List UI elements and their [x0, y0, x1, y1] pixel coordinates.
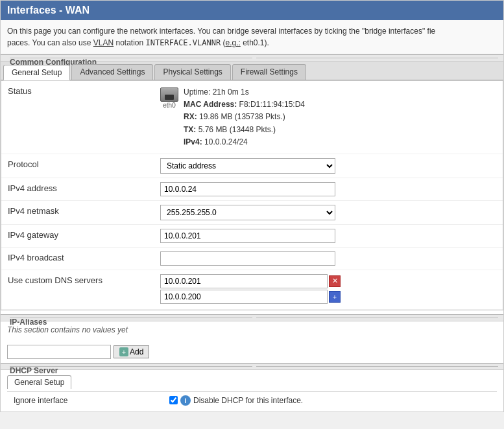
dhcp-server-title-bar: DHCP Server	[1, 364, 503, 370]
dns-input-2[interactable]	[160, 290, 328, 304]
mac-label: MAC Address:	[184, 100, 237, 109]
ipv4-gateway-cell	[157, 224, 503, 247]
status-info: Uptime: 21h 0m 1s MAC Address: F8:D1:11:…	[184, 86, 305, 148]
disable-dhcp-row: i Disable DHCP for this interface.	[169, 395, 490, 406]
common-config-section: Common Configuration General Setup Advan…	[1, 54, 503, 310]
page-header: Interfaces - WAN	[1, 1, 503, 20]
tab-general-setup[interactable]: General Setup	[3, 65, 70, 80]
ipv4-netmask-label: IPv4 netmask	[1, 200, 157, 224]
disable-dhcp-checkbox[interactable]	[169, 396, 178, 404]
rx-value: 19.86 MB (135738 Pkts.)	[199, 112, 285, 121]
eth-icon: eth0	[160, 87, 178, 109]
dns-entry-1: ✕	[160, 274, 496, 288]
eth-icon-box	[160, 87, 178, 102]
status-cell: eth0 Uptime: 21h 0m 1s MAC Address: F8:D…	[160, 86, 496, 148]
ipv4-info: IPv4: 10.0.0.24/24	[184, 136, 305, 148]
ipv4-broadcast-input[interactable]	[160, 251, 335, 266]
tx-value: 5.76 MB (13448 Pkts.)	[198, 125, 276, 134]
ignore-interface-cell: i Disable DHCP for this interface.	[163, 391, 497, 409]
ipv4-broadcast-row: IPv4 broadcast	[1, 247, 503, 270]
dhcp-content: General Setup Ignore interface i Disable…	[1, 370, 503, 412]
ipv4-netmask-select[interactable]: 255.255.255.0 255.255.0.0 255.0.0.0	[160, 205, 335, 220]
title-line	[256, 58, 499, 58]
common-config-title: Common Configuration	[1, 55, 503, 62]
ipv4-broadcast-label: IPv4 broadcast	[1, 247, 157, 270]
dhcp-tab-general[interactable]: General Setup	[7, 375, 71, 389]
main-tabs: General Setup Advanced Settings Physical…	[1, 62, 503, 80]
rx-label: RX:	[184, 112, 197, 121]
form-table: Status eth0 Uptime: 21h 0m 1s MAC Addres…	[1, 81, 503, 310]
add-row: + Add	[1, 342, 503, 362]
ipv4-label: IPv4:	[184, 137, 202, 146]
protocol-row: Protocol Static address DHCP PPPoE	[1, 154, 503, 178]
add-icon: +	[119, 347, 128, 356]
dns-input-1[interactable]	[160, 274, 328, 288]
ipv4-gateway-label: IPv4 gateway	[1, 224, 157, 247]
ipv4-address-cell	[157, 178, 503, 200]
page-wrapper: Interfaces - WAN On this page you can co…	[0, 0, 504, 412]
protocol-label: Protocol	[1, 154, 157, 178]
protocol-value-cell: Static address DHCP PPPoE	[157, 154, 503, 178]
tab-advanced-settings[interactable]: Advanced Settings	[71, 64, 153, 80]
ip-aliases-section: IP-Aliases This section contains no valu…	[1, 314, 503, 362]
info-icon: i	[180, 395, 191, 406]
dns-remove-btn-1[interactable]: ✕	[329, 275, 341, 287]
dns-servers-cell: ✕ +	[157, 270, 503, 309]
ipv4-address-input[interactable]	[160, 182, 335, 196]
tx-info: TX: 5.76 MB (13448 Pkts.)	[184, 124, 305, 136]
ignore-interface-label: Ignore interface	[7, 391, 163, 409]
status-label: Status	[1, 81, 157, 154]
ip-aliases-title-text: IP-Aliases	[10, 318, 252, 318]
dns-servers-row: Use custom DNS servers ✕ +	[1, 270, 503, 309]
ipv4-netmask-cell: 255.255.255.0 255.255.0.0 255.0.0.0	[157, 200, 503, 224]
ip-alias-input[interactable]	[7, 345, 111, 359]
tab-firewall-settings[interactable]: Firewall Settings	[232, 64, 306, 80]
page-description: On this page you can configure the netwo…	[1, 20, 503, 54]
status-row: Status eth0 Uptime: 21h 0m 1s MAC Addres…	[1, 81, 503, 154]
ipv4-address-label: IPv4 address	[1, 178, 157, 200]
dns-add-btn[interactable]: +	[329, 291, 341, 303]
ipv4-netmask-row: IPv4 netmask 255.255.255.0 255.255.0.0 2…	[1, 200, 503, 224]
dhcp-table: Ignore interface i Disable DHCP for this…	[7, 391, 497, 409]
dhcp-server-title-text: DHCP Server	[10, 366, 252, 367]
uptime: Uptime: 21h 0m 1s	[184, 86, 305, 99]
tx-label: TX:	[184, 125, 196, 134]
dhcp-tabs: General Setup	[7, 373, 497, 389]
desc-line1: On this page you can configure the netwo…	[7, 25, 497, 37]
ip-aliases-content: This section contains no values yet	[1, 321, 503, 342]
ipv4-gateway-row: IPv4 gateway	[1, 224, 503, 247]
dns-entry-2: +	[160, 290, 496, 304]
tab-content: Status eth0 Uptime: 21h 0m 1s MAC Addres…	[1, 80, 503, 310]
ip-aliases-title-bar: IP-Aliases	[1, 315, 503, 321]
section-title-text: Common Configuration	[10, 58, 252, 58]
disable-dhcp-label: Disable DHCP for this interface.	[193, 396, 303, 405]
ipv4-address-row: IPv4 address	[1, 178, 503, 200]
status-value-cell: eth0 Uptime: 21h 0m 1s MAC Address: F8:D…	[157, 81, 503, 154]
add-button[interactable]: + Add	[114, 345, 149, 358]
tab-physical-settings[interactable]: Physical Settings	[154, 64, 230, 80]
eth-label: eth0	[163, 102, 175, 109]
ipv4-value: 10.0.0.24/24	[204, 137, 248, 146]
ipv4-gateway-input[interactable]	[160, 229, 335, 243]
mac-address: MAC Address: F8:D1:11:94:15:D4	[184, 99, 305, 111]
add-label: Add	[130, 347, 143, 356]
ipv4-broadcast-cell	[157, 247, 503, 270]
protocol-select[interactable]: Static address DHCP PPPoE	[160, 158, 335, 174]
ip-aliases-empty-msg: This section contains no values yet	[7, 325, 497, 334]
page-title: Interfaces - WAN	[7, 5, 90, 16]
dhcp-title-line	[256, 366, 499, 367]
desc-line2: paces. You can also use VLAN notation IN…	[7, 37, 497, 49]
ignore-interface-row: Ignore interface i Disable DHCP for this…	[7, 391, 497, 409]
dns-servers-label: Use custom DNS servers	[1, 270, 157, 309]
dhcp-server-section: DHCP Server General Setup Ignore interfa…	[1, 363, 503, 412]
rx-info: RX: 19.86 MB (135738 Pkts.)	[184, 111, 305, 123]
ip-aliases-title-line	[256, 318, 499, 318]
mac-value: F8:D1:11:94:15:D4	[239, 100, 305, 109]
